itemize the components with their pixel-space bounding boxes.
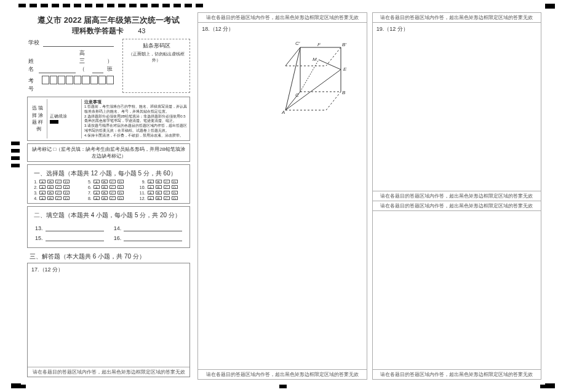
mcq-row-4: 4.ABCD — [30, 196, 79, 201]
mcq-bubble-D[interactable]: D — [172, 191, 178, 194]
mcq-bubble-A[interactable]: A — [148, 180, 154, 183]
mcq-row-6: 6.ABCD — [84, 185, 134, 190]
mcq-bubble-C[interactable]: C — [164, 185, 170, 189]
mcq-bubble-A[interactable]: A — [39, 180, 46, 183]
mcq-bubble-C[interactable]: C — [164, 196, 170, 200]
mcq-bubble-B[interactable]: B — [47, 185, 54, 189]
correct-fill-demo: 正确填涂 — [50, 113, 79, 119]
filled-bubble-icon — [50, 120, 58, 124]
mcq-bubble-B[interactable]: B — [156, 196, 162, 200]
mcq-bubble-C[interactable]: C — [164, 180, 170, 183]
name-input[interactable] — [39, 67, 76, 73]
exam-id-digit[interactable] — [106, 76, 114, 84]
corner-mark — [11, 383, 21, 388]
fill-blank-input[interactable] — [46, 235, 104, 241]
mcq-bubble-D[interactable]: D — [172, 196, 178, 200]
mcq-bubble-B[interactable]: B — [102, 180, 108, 183]
mcq-number: 8. — [84, 196, 92, 201]
mcq-bubble-D[interactable]: D — [63, 185, 70, 189]
mcq-bubble-D[interactable]: D — [172, 185, 178, 189]
mcq-row-1: 1.ABCD — [30, 180, 79, 184]
school-input[interactable] — [43, 41, 114, 47]
mcq-bubble-A[interactable]: A — [148, 185, 154, 189]
mcq-bubble-A[interactable]: A — [94, 196, 100, 200]
question-18-area[interactable]: 18.（12 分） — [198, 23, 366, 379]
boundary-notice: 请在各题目的答题区域内作答，超出黑色矩形边框限定区域的答案无效 — [373, 201, 541, 211]
fill-blank-input[interactable] — [124, 225, 182, 231]
svg-line-12 — [319, 60, 341, 70]
mcq-bubble-D[interactable]: D — [118, 180, 124, 183]
barcode-zone[interactable]: 贴条形码区 （正面朝上，切勿贴出虚线框外） — [122, 39, 190, 93]
mcq-bubble-D[interactable]: D — [118, 185, 124, 189]
section3-title: 三、解答题（本大题共 6 小题，共 70 分） — [25, 250, 193, 263]
fill-blank-row: 15. — [35, 235, 104, 241]
bottom-timing-marks — [18, 385, 548, 388]
exam-id-digit[interactable] — [98, 76, 106, 84]
mcq-bubble-C[interactable]: C — [55, 191, 62, 194]
mcq-bubble-B[interactable]: B — [102, 196, 108, 200]
mcq-bubble-C[interactable]: C — [55, 185, 62, 189]
mcq-bubble-D[interactable]: D — [172, 180, 178, 183]
notice-text: 注意事项 1.答题前，考生须将自己的学校、姓名、班级填写清楚，并认真核准条形码上… — [84, 99, 187, 138]
school-row: 学校 — [25, 38, 118, 48]
mcq-bubble-D[interactable]: D — [118, 196, 124, 200]
mcq-number: 2. — [30, 185, 38, 190]
mcq-bubble-B[interactable]: B — [47, 196, 54, 200]
question-17-area[interactable]: 17.（12 分） 请在各题目的答题区域内作答，超出黑色矩形边框限定区域的答案无… — [27, 263, 190, 377]
q17-label: 17.（12 分） — [28, 263, 189, 276]
mcq-bubble-A[interactable]: A — [94, 185, 100, 189]
mcq-bubble-C[interactable]: C — [55, 196, 62, 200]
name-row: 姓名 高三（ ）班 — [25, 48, 118, 74]
mcq-bubble-C[interactable]: C — [110, 191, 116, 194]
mcq-bubble-C[interactable]: C — [110, 196, 116, 200]
fill-blank-input[interactable] — [46, 225, 104, 231]
mcq-bubble-D[interactable]: D — [63, 196, 70, 200]
mcq-bubble-C[interactable]: C — [110, 180, 116, 183]
mcq-row-9: 9.ABCD — [138, 180, 188, 184]
school-label: 学校 — [28, 39, 39, 47]
mcq-bubble-D[interactable]: D — [118, 191, 124, 194]
exam-id-digit[interactable] — [58, 76, 65, 84]
mcq-bubble-A[interactable]: A — [94, 180, 100, 183]
question-19-area-upper[interactable]: 19.（12 分） 请在各题目的答题区域内作答，超出黑色矩形边框限定区域的答案无… — [373, 23, 541, 201]
fill-blank-row: 13. — [35, 225, 104, 231]
fill-blank-input[interactable] — [124, 235, 182, 241]
geom-label-C: C — [295, 92, 299, 98]
mcq-bubble-B[interactable]: B — [47, 191, 54, 194]
class-input[interactable] — [92, 67, 103, 73]
mcq-bubble-D[interactable]: D — [63, 180, 70, 183]
q19-label: 19.（12 分） — [373, 23, 541, 36]
mcq-bubble-B[interactable]: B — [102, 191, 108, 194]
mcq-bubble-A[interactable]: A — [148, 196, 154, 200]
exam-id-digit[interactable] — [82, 76, 89, 84]
mcq-bubble-C[interactable]: C — [164, 191, 170, 194]
mcq-bubble-A[interactable]: A — [94, 191, 100, 194]
mcq-number: 9. — [138, 180, 146, 184]
mcq-bubble-A[interactable]: A — [39, 196, 46, 200]
mcq-bubble-A[interactable]: A — [39, 185, 46, 189]
mcq-bubble-C[interactable]: C — [55, 180, 62, 183]
exam-id-digit[interactable] — [90, 76, 98, 84]
mcq-bubble-A[interactable]: A — [148, 191, 154, 194]
boundary-notice: 请在各题目的答题区域内作答，超出黑色矩形边框限定区域的答案无效 — [198, 13, 366, 23]
mcq-bubble-D[interactable]: D — [63, 191, 70, 194]
fill-blank-label: 16. — [114, 235, 122, 241]
mcq-bubble-C[interactable]: C — [110, 185, 116, 189]
mcq-bubble-B[interactable]: B — [156, 191, 162, 194]
answer-sheet: 遵义市 2022 届高三年级第三次统一考试 理科数学答题卡 43 学校 姓名 高… — [0, 0, 566, 392]
mcq-bubble-B[interactable]: B — [156, 180, 162, 183]
exam-id-digit[interactable] — [42, 76, 49, 84]
question-19-area-lower[interactable]: 请在各题目的答题区域内作答，超出黑色矩形边框限定区域的答案无效 — [373, 201, 541, 379]
geometry-figure: A B C B′ C′ E F M — [274, 35, 354, 115]
mcq-bubble-B[interactable]: B — [156, 185, 162, 189]
instruction-box: 选 填 择 涂 题 样 例 正确填涂 注意事项 1.答题前，考生须将自己的学校、… — [27, 97, 190, 141]
exam-id-digit[interactable] — [50, 76, 57, 84]
exam-id-digit[interactable] — [66, 76, 73, 84]
exam-id-digit[interactable] — [74, 76, 81, 84]
mcq-bubble-B[interactable]: B — [102, 185, 108, 189]
mcq-bubble-A[interactable]: A — [39, 191, 46, 194]
fill-blank-section: 二、填空题（本题共 4 小题，每小题 5 分，共 20 分） 13.14.15.… — [27, 206, 190, 248]
mcq-bubble-B[interactable]: B — [47, 180, 54, 183]
geom-label-Cp: C′ — [295, 41, 300, 46]
left-timing-marks — [11, 142, 20, 167]
